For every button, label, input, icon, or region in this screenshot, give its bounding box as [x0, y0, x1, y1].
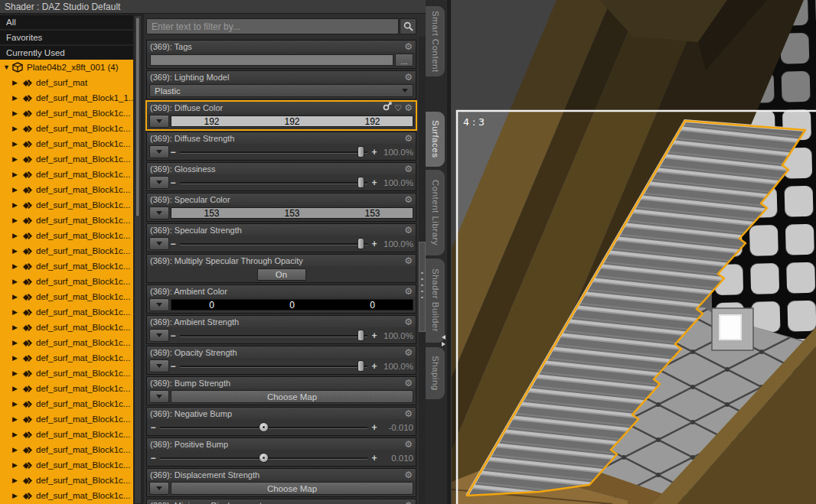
scrollbar-thumb[interactable]: [135, 17, 140, 217]
slider-track[interactable]: [178, 330, 369, 341]
settings-gear-icon[interactable]: ⚙: [404, 41, 413, 52]
expander-closed-icon[interactable]: ▶: [12, 262, 21, 270]
color-swatch-bar[interactable]: 000: [171, 299, 413, 311]
settings-gear-icon[interactable]: ⚙: [404, 317, 413, 327]
settings-gear-icon[interactable]: ⚙: [404, 408, 413, 419]
expander-closed-icon[interactable]: ▶: [12, 461, 21, 469]
settings-gear-icon[interactable]: ⚙: [404, 439, 413, 450]
surface-tree-item[interactable]: ▶def_surf_mat_Block1c...: [0, 381, 133, 396]
settings-gear-icon[interactable]: ⚙: [404, 255, 413, 266]
parameters-scrollbar[interactable]: [419, 37, 426, 504]
decrement-icon[interactable]: −: [169, 147, 177, 158]
toggle-on-button[interactable]: On: [257, 268, 306, 281]
increment-icon[interactable]: +: [370, 239, 378, 249]
surface-tree-item[interactable]: ▶def_surf_mat_Block1c...: [0, 427, 133, 442]
tab-shaping[interactable]: Shaping: [426, 347, 445, 399]
splitter-collapse-icon[interactable]: [439, 335, 449, 347]
filter-input[interactable]: [146, 18, 399, 34]
expand-parameter-button[interactable]: [149, 482, 169, 495]
expand-parameter-button[interactable]: [149, 359, 169, 372]
increment-icon[interactable]: +: [370, 361, 378, 372]
expander-closed-icon[interactable]: ▶: [12, 109, 21, 117]
shader-group-all[interactable]: All: [0, 15, 133, 29]
surface-tree-item[interactable]: ▶def_surf_mat_Block1c...: [0, 488, 133, 503]
increment-icon[interactable]: +: [370, 422, 378, 433]
surface-tree-item[interactable]: ▶def_surf_mat_Block1c...: [0, 213, 133, 228]
slider-track[interactable]: [158, 452, 369, 463]
tab-smart-content[interactable]: Smart Content: [426, 6, 445, 76]
viewport-3d[interactable]: 4 : 3: [452, 0, 816, 504]
color-swatch-bar[interactable]: 153153153: [171, 207, 413, 219]
expander-closed-icon[interactable]: ▶: [12, 140, 21, 148]
expander-closed-icon[interactable]: ▶: [12, 216, 21, 224]
tab-shader-builder[interactable]: Shader Builder: [426, 259, 445, 343]
expander-open-icon[interactable]: ▼: [3, 63, 12, 71]
settings-gear-icon[interactable]: ⚙: [404, 164, 413, 174]
tab-content-library[interactable]: Content Library: [426, 170, 445, 255]
slider-thumb[interactable]: [357, 238, 364, 249]
settings-gear-icon[interactable]: ⚙: [404, 225, 413, 236]
expander-closed-icon[interactable]: ▶: [12, 186, 21, 193]
link-icon[interactable]: [383, 102, 392, 113]
slider-thumb[interactable]: [259, 422, 269, 432]
expand-parameter-button[interactable]: [149, 298, 169, 311]
expander-closed-icon[interactable]: ▶: [12, 369, 21, 377]
expander-closed-icon[interactable]: ▶: [12, 201, 21, 209]
surface-tree-root-item[interactable]: ▼Plate04b2_x8ft_001 (4): [0, 60, 133, 75]
slider-track[interactable]: [178, 146, 369, 158]
settings-gear-icon[interactable]: ⚙: [404, 286, 413, 297]
surface-tree-item[interactable]: ▶def_surf_mat_Block1c...: [0, 151, 133, 167]
surface-tree-item[interactable]: ▶def_surf_mat_Block1c...: [0, 197, 133, 213]
expander-closed-icon[interactable]: ▶: [12, 446, 21, 454]
settings-gear-icon[interactable]: ⚙: [404, 102, 413, 113]
expand-parameter-button[interactable]: [149, 145, 169, 158]
expander-closed-icon[interactable]: ▶: [12, 125, 21, 132]
slider-track[interactable]: [178, 360, 369, 372]
browse-tags-button[interactable]: ...: [395, 54, 413, 67]
expander-closed-icon[interactable]: ▶: [12, 339, 21, 346]
slider-thumb[interactable]: [357, 360, 364, 372]
tags-input[interactable]: [150, 54, 393, 66]
settings-gear-icon[interactable]: ⚙: [404, 500, 413, 504]
settings-gear-icon[interactable]: ⚙: [404, 194, 413, 205]
scrollbar-thumb[interactable]: [419, 242, 426, 332]
viewport-canvas[interactable]: 4 : 3: [452, 0, 816, 504]
choose-map-button[interactable]: Choose Map: [171, 482, 413, 495]
expander-closed-icon[interactable]: ▶: [12, 324, 21, 331]
expander-closed-icon[interactable]: ▶: [12, 278, 21, 285]
expander-closed-icon[interactable]: ▶: [12, 247, 21, 255]
surface-tree-item[interactable]: ▶def_surf_mat_Block1c...: [0, 411, 133, 427]
settings-gear-icon[interactable]: ⚙: [404, 133, 413, 144]
surface-tree-item[interactable]: ▶def_surf_mat: [0, 75, 133, 90]
surface-tree-item[interactable]: ▶def_surf_mat_Block1c...: [0, 289, 133, 304]
search-icon[interactable]: [400, 18, 416, 34]
settings-gear-icon[interactable]: ⚙: [404, 470, 413, 480]
expander-closed-icon[interactable]: ▶: [12, 94, 21, 102]
surface-tree-item[interactable]: ▶def_surf_mat_Block1c...: [0, 396, 133, 411]
surface-tree-item[interactable]: ▶def_surf_mat_Block1c...: [0, 259, 133, 274]
surface-list-scrollbar[interactable]: [134, 15, 142, 504]
decrement-icon[interactable]: −: [149, 453, 157, 463]
tab-surfaces[interactable]: Surfaces: [426, 112, 445, 167]
surface-tree-item[interactable]: ▶def_surf_mat_Block1c...: [0, 442, 133, 457]
expand-parameter-button[interactable]: [149, 237, 169, 250]
expander-closed-icon[interactable]: ▶: [12, 232, 21, 239]
expander-closed-icon[interactable]: ▶: [12, 476, 21, 484]
surface-tree-item[interactable]: ▶def_surf_mat_Block1c...: [0, 320, 133, 335]
choose-map-button[interactable]: Choose Map: [171, 390, 413, 403]
expand-parameter-button[interactable]: [149, 115, 169, 128]
expander-closed-icon[interactable]: ▶: [12, 415, 21, 423]
surface-tree-item[interactable]: ▶def_surf_mat_Block1c...: [0, 182, 133, 197]
increment-icon[interactable]: +: [370, 147, 378, 158]
color-swatch-bar[interactable]: 192192192: [171, 115, 413, 127]
expand-parameter-button[interactable]: [149, 176, 169, 189]
expander-closed-icon[interactable]: ▶: [12, 79, 21, 86]
surface-tree-item[interactable]: ▶def_surf_mat_Block1_1...: [0, 90, 133, 106]
slider-thumb[interactable]: [357, 330, 364, 341]
expander-closed-icon[interactable]: ▶: [12, 308, 21, 316]
expander-closed-icon[interactable]: ▶: [12, 431, 21, 438]
settings-gear-icon[interactable]: ⚙: [404, 378, 413, 389]
shader-group-favorites[interactable]: Favorites: [0, 31, 133, 44]
surface-tree-item[interactable]: ▶def_surf_mat_Block1c...: [0, 366, 133, 381]
shader-group-currently-used[interactable]: Currently Used: [0, 46, 133, 60]
